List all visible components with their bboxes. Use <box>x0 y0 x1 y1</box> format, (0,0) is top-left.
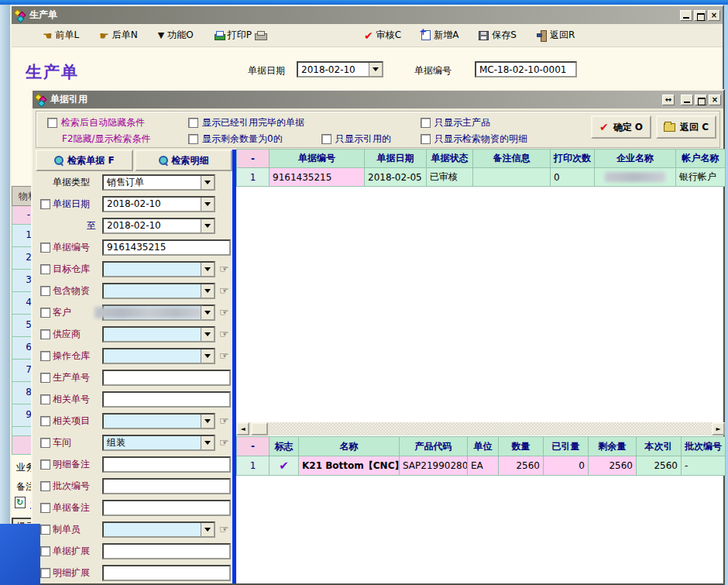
checkbox[interactable] <box>40 243 50 253</box>
doc-col-account[interactable]: 帐户名称 <box>676 150 726 168</box>
doc-type-combo[interactable]: 销售订单 <box>102 174 215 191</box>
main-window-titlebar[interactable]: 生产单 × <box>12 6 723 24</box>
dialog-titlebar[interactable]: 单据引用 ↔ × <box>33 91 723 108</box>
related-project-combo[interactable] <box>102 413 215 429</box>
detail-col-qty[interactable]: 数量 <box>499 437 544 456</box>
hand-pointer-icon[interactable]: ☞ <box>219 436 229 449</box>
next-doc-button[interactable]: ☛ 后单N <box>99 29 138 42</box>
dropdown-arrow-icon[interactable] <box>201 219 214 232</box>
production-no-input[interactable] <box>102 370 231 386</box>
dropdown-arrow-icon[interactable] <box>201 176 214 189</box>
detail-table-row[interactable]: 1 ✔ K21 Bottom【CNC】 SAP21990280B EA 2560… <box>237 456 726 476</box>
detail-col-name[interactable]: 名称 <box>299 437 400 456</box>
doc-col-note[interactable]: 备注信息 <box>473 150 551 168</box>
checkbox[interactable] <box>40 481 50 491</box>
only-searched-detail-option[interactable]: 只显示检索物资的明细 <box>421 132 527 146</box>
checkbox[interactable] <box>40 438 50 448</box>
detail-col-unit[interactable]: 单位 <box>468 437 499 456</box>
supplier-combo[interactable] <box>102 326 215 342</box>
doc-date-to-combo[interactable]: 2018-02-10 <box>102 218 215 234</box>
detail-note-input[interactable] <box>102 456 231 473</box>
checkbox[interactable] <box>188 134 198 144</box>
checkbox[interactable] <box>40 394 50 404</box>
hand-pointer-icon[interactable]: ☞ <box>219 523 229 535</box>
checkbox[interactable] <box>40 351 50 361</box>
maximize-button[interactable] <box>694 10 706 21</box>
op-warehouse-combo[interactable] <box>102 348 215 364</box>
hand-pointer-icon[interactable]: ☞ <box>219 415 229 427</box>
dropdown-arrow-icon[interactable] <box>201 284 214 298</box>
dropdown-arrow-icon[interactable] <box>201 349 214 363</box>
checkbox[interactable] <box>40 503 50 513</box>
show-fully-referenced-option[interactable]: 显示已经引用完毕的单据 <box>188 116 304 129</box>
checkbox[interactable] <box>188 118 198 128</box>
detail-col-product-code[interactable]: 产品代码 <box>400 437 468 456</box>
include-material-combo[interactable] <box>102 283 215 299</box>
show-zero-remaining-option[interactable]: 显示剩余数量为0的 <box>188 132 283 146</box>
dropdown-arrow-icon[interactable] <box>201 263 214 276</box>
hand-pointer-icon[interactable]: ☞ <box>219 349 229 362</box>
dropdown-arrow-icon[interactable] <box>201 436 214 449</box>
minimize-button[interactable] <box>680 10 692 21</box>
new-button[interactable]: 新增A <box>421 29 458 42</box>
doc-col-company[interactable]: 企业名称 <box>595 150 676 168</box>
checkbox[interactable] <box>40 329 50 339</box>
doc-col-no[interactable]: 单据编号 <box>270 150 365 168</box>
detail-col-batch[interactable]: 批次编号 <box>682 437 726 456</box>
search-doc-button[interactable]: 检索单据 F <box>36 150 133 171</box>
dropdown-arrow-icon[interactable] <box>201 306 214 319</box>
checkbox[interactable] <box>40 308 50 318</box>
scrollbar-thumb[interactable] <box>251 422 268 435</box>
hand-pointer-icon[interactable]: ☞ <box>219 306 229 318</box>
checkbox[interactable] <box>321 134 331 144</box>
dropdown-arrow-icon[interactable] <box>369 63 382 76</box>
save-button[interactable]: 保存S <box>479 29 517 42</box>
close-button[interactable]: × <box>708 10 720 21</box>
batch-no-input[interactable] <box>102 478 231 494</box>
hand-pointer-icon[interactable]: ☞ <box>219 328 229 340</box>
function-button[interactable]: ▼ 功能O <box>158 29 194 42</box>
checkbox[interactable] <box>40 459 50 470</box>
scroll-left-icon[interactable]: ◄ <box>236 422 249 435</box>
dropdown-arrow-icon[interactable] <box>201 415 214 428</box>
detail-col-flag[interactable]: 标志 <box>270 437 299 456</box>
only-main-product-option[interactable]: 只显示主产品 <box>421 116 490 129</box>
doc-ext-input[interactable] <box>102 543 231 559</box>
checkbox[interactable] <box>40 199 50 209</box>
customer-combo[interactable] <box>102 305 215 321</box>
related-no-input[interactable] <box>102 391 231 408</box>
checkbox[interactable] <box>40 373 50 383</box>
checkbox[interactable] <box>40 286 50 296</box>
dialog-close-button[interactable]: × <box>709 95 721 105</box>
doc-date-combo[interactable]: 2018-02-10 <box>297 61 383 77</box>
checkbox[interactable] <box>421 134 431 144</box>
cancel-button[interactable]: 返回 C <box>656 115 716 139</box>
detail-col-referenced[interactable]: 已引量 <box>544 437 589 456</box>
hand-pointer-icon[interactable]: ☞ <box>219 284 229 297</box>
ok-button[interactable]: ✔ 确定 O <box>591 115 651 139</box>
detail-col-this-ref[interactable]: 本次引 <box>637 437 682 456</box>
doc-col-print-count[interactable]: 打印次数 <box>551 150 595 168</box>
doc-no-search-input[interactable]: 9161435215 <box>102 239 231 256</box>
doc-no-input[interactable]: MC-18-02-10-0001 <box>475 61 577 77</box>
dialog-maximize-button[interactable] <box>695 95 707 105</box>
doc-col-date[interactable]: 单据日期 <box>365 150 427 168</box>
print-button[interactable]: 打印P <box>214 29 266 42</box>
doc-note-input[interactable] <box>102 500 231 516</box>
resize-button[interactable]: ↔ <box>662 95 675 105</box>
workshop-search-combo[interactable]: 组装 <box>102 435 215 451</box>
checkbox[interactable] <box>421 118 431 128</box>
dropdown-arrow-icon[interactable] <box>201 523 214 536</box>
scroll-right-icon[interactable]: ► <box>712 422 725 435</box>
doc-col-status[interactable]: 单据状态 <box>427 150 473 168</box>
auto-hide-option[interactable]: 检索后自动隐藏条件 <box>47 116 145 129</box>
doc-col-index[interactable]: - <box>237 150 270 168</box>
creator-combo[interactable] <box>102 521 215 538</box>
doc-table-row[interactable]: 1 9161435215 2018-02-05 已审核 0 银行帐户 <box>237 168 726 187</box>
checkbox[interactable] <box>40 546 50 556</box>
detail-col-index[interactable]: - <box>237 437 270 456</box>
dropdown-arrow-icon[interactable] <box>201 328 214 341</box>
search-detail-button[interactable]: 检索明细 <box>135 150 232 171</box>
horizontal-scrollbar[interactable]: ◄ ► <box>236 422 725 435</box>
prev-doc-button[interactable]: ☚ 前单L <box>43 29 79 42</box>
